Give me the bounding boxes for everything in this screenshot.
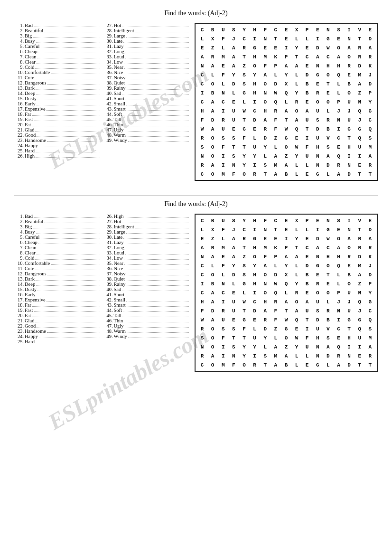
grid-cell: A xyxy=(197,52,207,61)
word-item: 34.Low xyxy=(103,255,190,261)
grid-cell: C xyxy=(197,270,207,279)
grid-cell: S xyxy=(218,133,228,142)
grid-cell: R xyxy=(365,243,375,252)
grid-cell: L xyxy=(281,288,291,297)
grid-cell: A xyxy=(281,297,291,306)
grid-cell: B xyxy=(207,88,218,97)
grid-cell: C xyxy=(197,70,207,79)
grid-cell: S xyxy=(228,25,239,34)
grid-cell: A xyxy=(281,252,291,261)
grid-cell: T xyxy=(260,360,271,369)
grid-cell: I xyxy=(344,151,355,160)
table-row: CLFYSYALYLDGOQEMJ xyxy=(197,70,375,79)
word-text: Expensive xyxy=(25,106,46,112)
grid-cell: N xyxy=(312,252,323,261)
word-num: 46. xyxy=(103,122,113,127)
grid-cell: G xyxy=(239,279,249,288)
grid-cell: D xyxy=(312,43,323,52)
word-num: 43. xyxy=(103,106,113,112)
grid-cell: E xyxy=(271,234,281,243)
word-item: 6.Cheap xyxy=(14,49,101,54)
word-num: 39. xyxy=(103,85,113,91)
grid-cell: F xyxy=(218,333,228,342)
table-row: NAEAZOFPAAENHHRDK xyxy=(197,252,375,261)
grid-cell: O xyxy=(260,97,271,106)
word-item: 46.Thin xyxy=(103,122,190,127)
section-2-title: Find the words: (Adj-2) xyxy=(14,200,378,208)
grid-cell: J xyxy=(355,115,365,124)
word-num: 1. xyxy=(14,214,24,219)
word-item: 24.Happy xyxy=(14,334,101,339)
grid-cell: I xyxy=(355,151,365,160)
word-item: 40.Sad xyxy=(103,287,190,292)
grid-cell: C xyxy=(197,216,207,225)
word-item: 6.Cheap xyxy=(14,240,101,245)
word-dots xyxy=(32,306,100,307)
grid-cell: Y xyxy=(291,279,302,288)
word-dots xyxy=(124,264,189,265)
word-dots xyxy=(37,63,100,64)
word-text: Short xyxy=(114,292,125,297)
word-dots xyxy=(125,327,189,328)
word-list-col2: 26.High27.Hot28.Intelligent29.Large30.La… xyxy=(103,214,190,372)
word-dots xyxy=(37,249,100,249)
word-num: 13. xyxy=(14,85,24,91)
grid-cell: E xyxy=(228,97,239,106)
grid-cell: H xyxy=(333,252,344,261)
grid-cell: N xyxy=(312,61,323,70)
grid-cell: F xyxy=(271,124,281,133)
grid-cell: B xyxy=(302,88,312,97)
word-text: Large xyxy=(114,33,125,38)
word-search-table: CBUSYHFCEXPENSIVELXFJCINTELLIGENTDEZLARG… xyxy=(197,216,375,369)
grid-cell: R xyxy=(271,106,281,115)
grid-cell: B xyxy=(344,79,355,88)
grid-cell: A xyxy=(207,297,218,306)
word-item: 11.Cute xyxy=(14,75,101,80)
grid-cell: I xyxy=(197,88,207,97)
word-item: 27.Hot xyxy=(103,23,190,28)
grid-cell: T xyxy=(302,124,312,133)
grid-cell: Y xyxy=(250,70,260,79)
grid-cell: F xyxy=(260,216,271,225)
grid-cell: Y xyxy=(291,151,302,160)
word-num: 39. xyxy=(103,282,113,287)
grid-cell: C xyxy=(333,324,344,333)
grid-cell: N xyxy=(312,351,323,360)
grid-cell: U xyxy=(344,306,355,315)
word-text: Cold xyxy=(25,65,34,70)
grid-cell: E xyxy=(302,234,312,243)
grid-cell: E xyxy=(228,288,239,297)
word-num: 13. xyxy=(14,276,24,282)
table-row: ARMATHMKPTCACAORR xyxy=(197,52,375,61)
grid-cell: A xyxy=(291,252,302,261)
table-row: LXFJCINTELLIGENTD xyxy=(197,34,375,43)
grid-cell: R xyxy=(355,43,365,52)
word-num: 14. xyxy=(14,282,24,287)
word-item: 21.Glad xyxy=(14,127,101,132)
word-dots xyxy=(33,37,100,38)
word-num: 31. xyxy=(103,240,113,245)
word-item: 39.Rainy xyxy=(103,282,190,287)
word-item: 10.Comfortable xyxy=(14,261,101,266)
grid-cell: L xyxy=(281,97,291,106)
word-num: 41. xyxy=(103,96,113,101)
grid-cell: Q xyxy=(333,342,344,351)
grid-cell: P xyxy=(333,97,344,106)
grid-cell: H xyxy=(260,297,271,306)
word-dots xyxy=(126,37,189,38)
word-num: 38. xyxy=(103,80,113,85)
grid-cell: U xyxy=(228,106,239,115)
grid-cell: O xyxy=(207,133,218,142)
grid-cell: M xyxy=(271,160,281,169)
word-item: 32.Long xyxy=(103,49,190,54)
word-dots xyxy=(126,105,189,105)
word-num: 27. xyxy=(103,23,113,28)
grid-cell: L xyxy=(291,70,302,79)
word-num: 44. xyxy=(103,308,113,313)
grid-cell: L xyxy=(291,160,302,169)
grid-cell: L xyxy=(207,261,218,270)
grid-cell: Z xyxy=(355,279,365,288)
grid-cell: O xyxy=(312,97,323,106)
word-list-col2: 27.Hot28.Intelligent29.Large30.Late31.La… xyxy=(103,23,190,181)
grid-cell: L xyxy=(323,360,333,369)
